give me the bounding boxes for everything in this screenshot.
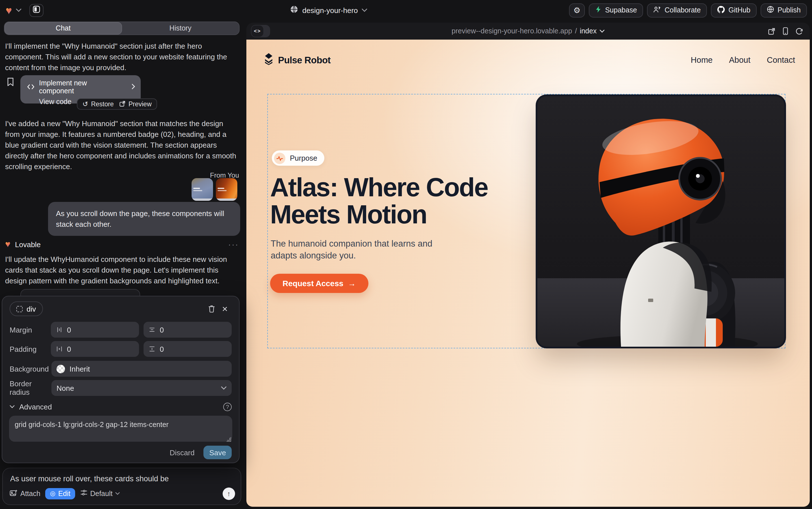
target-icon: ◎ xyxy=(50,490,56,497)
pulse-icon xyxy=(274,152,285,164)
github-button[interactable]: GitHub xyxy=(711,3,756,17)
url-domain: preview--design-your-hero.lovable.app xyxy=(451,27,572,35)
lovable-app: ♥ design-your-hero ⚙ xyxy=(0,0,812,509)
model-selector[interactable]: Default xyxy=(80,489,120,498)
version-title: Implement new component xyxy=(39,79,123,95)
external-link-icon xyxy=(119,100,126,108)
margin-x-icon xyxy=(56,326,63,333)
edit-mode-button[interactable]: ◎ Edit xyxy=(45,488,75,499)
assistant-message: I've added a new "Why Humanoid" section … xyxy=(5,118,239,172)
assistant-header: ♥ Lovable ··· xyxy=(5,240,239,249)
tab-chat[interactable]: Chat xyxy=(4,22,122,34)
chevron-down-icon xyxy=(599,29,604,33)
preview-url[interactable]: preview--design-your-hero.lovable.app / … xyxy=(246,23,810,40)
send-button[interactable]: ↑ xyxy=(223,487,235,500)
settings-button[interactable]: ⚙ xyxy=(569,3,585,17)
mobile-view-icon[interactable] xyxy=(783,27,788,35)
more-options-icon[interactable]: ··· xyxy=(228,240,239,248)
classes-textarea[interactable]: grid grid-cols-1 lg:grid-cols-2 gap-12 i… xyxy=(9,416,232,442)
nav-contact[interactable]: Contact xyxy=(767,56,795,65)
help-icon[interactable]: ? xyxy=(223,402,232,411)
site-header: Pulse Robot Home About Contact xyxy=(263,54,795,66)
assistant-name: Lovable xyxy=(15,240,224,248)
site-nav: Home About Contact xyxy=(691,56,795,65)
chevron-down-icon xyxy=(10,405,15,408)
preview-pane: <> preview--design-your-hero.lovable.app… xyxy=(246,23,810,507)
sliders-icon xyxy=(80,489,87,498)
attachment-thumbnail-orange[interactable] xyxy=(216,178,237,201)
bookmark-icon[interactable] xyxy=(7,77,14,89)
chevron-down-icon[interactable] xyxy=(16,8,22,12)
sidebar-toggle-button[interactable] xyxy=(30,4,44,17)
attach-button[interactable]: Attach xyxy=(10,489,40,498)
padding-x-input[interactable]: 0 xyxy=(50,341,139,357)
background-label: Background xyxy=(10,365,51,373)
assistant-message: I'll implement the "Why Humanoid" sectio… xyxy=(5,41,239,73)
background-input[interactable]: Inherit xyxy=(51,361,232,377)
border-radius-label: Border radius xyxy=(10,379,51,397)
margin-x-input[interactable]: 0 xyxy=(50,322,139,338)
attach-image-icon xyxy=(10,489,17,498)
margin-label: Margin xyxy=(10,326,50,334)
close-inspector-button[interactable]: ✕ xyxy=(218,302,232,315)
sidebar-toggle-icon xyxy=(33,6,40,15)
open-in-new-window-icon[interactable] xyxy=(768,27,775,35)
restore-icon: ↺ xyxy=(82,101,88,107)
gear-icon: ⚙ xyxy=(573,6,580,14)
version-toolbar: ↺ Restore Preview xyxy=(77,98,157,110)
project-name: design-your-hero xyxy=(302,6,358,14)
save-button[interactable]: Save xyxy=(204,446,232,459)
selected-element-chip[interactable]: div xyxy=(10,301,43,316)
badge-label: Purpose xyxy=(290,154,317,162)
site-logo[interactable]: Pulse Robot xyxy=(263,53,331,67)
publish-button[interactable]: Publish xyxy=(761,3,807,17)
url-page: index xyxy=(580,27,597,35)
nav-about[interactable]: About xyxy=(729,56,750,65)
chevron-down-icon xyxy=(115,492,120,495)
margin-y-input[interactable]: 0 xyxy=(144,322,232,338)
supabase-icon xyxy=(595,6,602,15)
tab-history[interactable]: History xyxy=(122,22,239,34)
restore-button[interactable]: ↺ Restore xyxy=(82,101,114,107)
hero-robot-image xyxy=(538,96,784,347)
padding-y-icon xyxy=(149,345,155,352)
color-swatch xyxy=(57,365,65,373)
advanced-toggle[interactable]: Advanced ? xyxy=(10,401,232,412)
chat-history-tabs: Chat History xyxy=(4,22,239,35)
preview-button[interactable]: Preview xyxy=(119,100,152,108)
composer-input[interactable]: As user mouse roll over, these cards sho… xyxy=(10,475,233,483)
delete-element-button[interactable] xyxy=(205,302,218,315)
collaborate-button[interactable]: Collaborate xyxy=(647,3,707,17)
assistant-message: I'll update the WhyHumanoid component to… xyxy=(5,254,239,286)
preview-toolbar: <> preview--design-your-hero.lovable.app… xyxy=(246,23,810,40)
project-switcher[interactable]: design-your-hero xyxy=(290,0,368,20)
discard-button[interactable]: Discard xyxy=(170,448,195,457)
purpose-badge: Purpose xyxy=(272,150,325,166)
pulse-robot-logo-icon xyxy=(263,53,274,67)
chevron-down-icon xyxy=(362,8,368,12)
chat-panel: Chat History I'll implement the "Why Hum… xyxy=(0,20,244,509)
request-access-button[interactable]: Request Access → xyxy=(270,274,368,293)
chevron-down-icon xyxy=(221,386,227,390)
padding-y-input[interactable]: 0 xyxy=(144,341,232,357)
chevron-right-icon xyxy=(132,83,135,91)
site-viewport: Pulse Robot Home About Contact Purpose A… xyxy=(246,40,810,507)
globe-icon xyxy=(290,5,298,15)
nav-home[interactable]: Home xyxy=(691,56,712,65)
supabase-button[interactable]: Supabase xyxy=(589,3,643,17)
topbar: ♥ design-your-hero ⚙ xyxy=(0,0,812,20)
publish-globe-icon xyxy=(767,6,774,15)
padding-x-icon xyxy=(56,345,63,352)
github-icon xyxy=(717,5,725,15)
chat-composer[interactable]: As user mouse roll over, these cards sho… xyxy=(2,468,241,505)
attachment-thumbnail-blue[interactable] xyxy=(191,178,213,201)
refresh-icon[interactable] xyxy=(796,27,803,35)
selected-hero-section[interactable]: Purpose Atlas: Where CodeMeets Motion Th… xyxy=(267,94,785,348)
lovable-logo-icon[interactable]: ♥ xyxy=(6,5,12,15)
arrow-right-icon: → xyxy=(348,279,356,288)
code-icon xyxy=(27,83,34,91)
border-radius-select[interactable]: None xyxy=(51,380,232,396)
lovable-heart-icon: ♥ xyxy=(5,240,10,249)
user-message-bubble: As you scroll down the page, these compo… xyxy=(48,202,240,236)
collaborate-icon xyxy=(653,6,661,14)
